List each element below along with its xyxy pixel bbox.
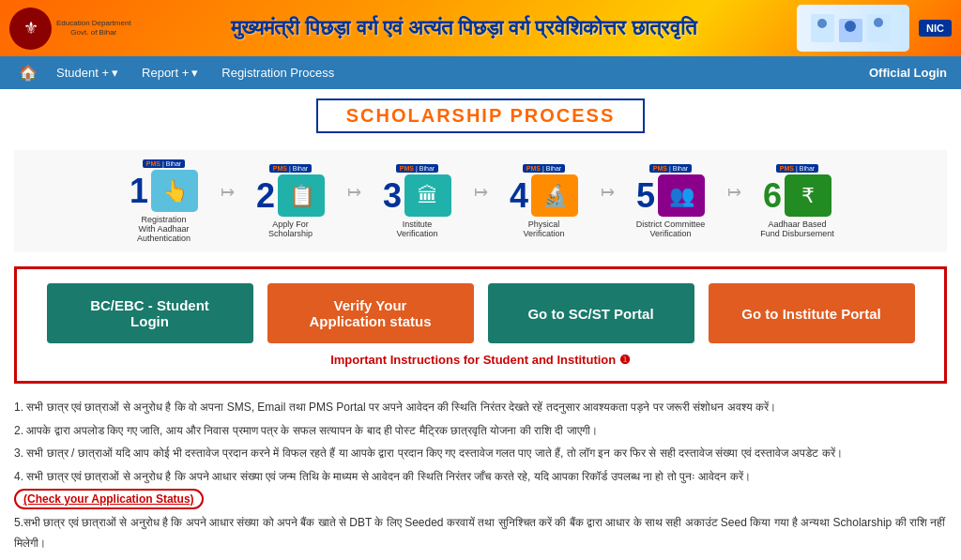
svg-point-4 [845,21,856,32]
step-6: PMS|Bihar 6 ₹ Aadhaar BasedFund Disburse… [737,164,859,238]
step-2: PMS|Bihar 2 📋 Apply ForScholarship [230,164,352,238]
nav-registration[interactable]: Registration Process [212,61,343,84]
check-status-link[interactable]: (Check your Application Status) [14,490,947,510]
navigation: 🏠 Student + ▾ Report + ▾ Registration Pr… [0,56,961,89]
step-6-label: Aadhaar BasedFund Disbursement [760,219,834,238]
main-content: SCHOLARSHIP PROCESS PMS|Bihar 1 👆 Regist… [0,89,961,560]
svg-point-5 [874,18,883,27]
svg-rect-0 [811,14,834,42]
step-2-badge: PMS|Bihar [269,164,312,173]
step-3-label: InstituteVerification [396,219,437,238]
header-title: मुख्यमंत्री पिछड़ा वर्ग एवं अत्यंत पिछड़… [131,16,797,40]
step-4-label: PhysicalVerification [523,219,564,238]
step-5-label: District CommitteeVerification [636,219,706,238]
step-3: PMS|Bihar 3 🏛 InstituteVerification [357,164,479,238]
header-logo: ⚜ Education Department Govt. of Bihar [9,8,131,50]
bc-ebc-login-button[interactable]: BC/EBC - Student Login [47,283,253,343]
step-5-icon: 👥 [658,174,705,217]
step-4: PMS|Bihar 4 🔬 PhysicalVerification [483,164,605,238]
step-1-label: RegistrationWith AadhaarAuthentication [137,215,191,243]
step-1: PMS|Bihar 1 👆 RegistrationWith AadhaarAu… [103,159,225,243]
sc-st-portal-button[interactable]: Go to SC/ST Portal [488,283,694,343]
svg-point-3 [817,19,827,28]
step-5: PMS|Bihar 5 👥 District CommitteeVerifica… [610,164,732,238]
instruction-4: 4. सभी छात्र एवं छात्राओं से अनुरोध है क… [14,467,947,488]
buttons-row: BC/EBC - Student Login Verify Your Appli… [31,283,930,343]
instruction-5: 5.सभी छात्र एवं छात्राओं से अनुरोध है कि… [14,513,947,553]
step-5-badge: PMS|Bihar [649,164,692,173]
header-right: NIC [797,5,952,52]
scholarship-title: SCHOLARSHIP PROCESS [346,105,616,127]
logo-emblem: ⚜ [9,8,52,50]
step-4-badge: PMS|Bihar [523,164,565,173]
instruction-1: 1. सभी छात्र एवं छात्राओं से अनुरोध है क… [14,398,947,418]
instruction-3: 3. सभी छात्र / छात्राओं यदि आप कोई भी दस… [14,444,947,464]
step-3-icon: 🏛 [404,174,451,217]
nic-badge: NIC [919,20,952,37]
instruction-2: 2. आपके द्वारा अपलोड किए गए जाति, आय और … [14,421,947,442]
nav-official-login[interactable]: Official Login [869,66,947,80]
step-5-number: 5 [636,179,655,213]
nav-home-button[interactable]: 🏠 [14,59,42,86]
header-image [797,5,909,52]
step-1-icon: 👆 [151,170,198,212]
important-notice: Important Instructions for Student and I… [31,353,930,367]
step-2-icon: 📋 [278,174,325,217]
step-3-badge: PMS|Bihar [396,164,438,173]
verify-status-button[interactable]: Verify Your Application status [267,283,474,343]
instructions-section: 1. सभी छात्र एवं छात्राओं से अनुरोध है क… [14,393,947,560]
step-1-number: 1 [130,174,148,208]
nav-report[interactable]: Report + ▾ [132,61,207,84]
logo-text: Education Department Govt. of Bihar [56,19,131,38]
institute-portal-button[interactable]: Go to Institute Portal [709,283,915,343]
step-6-badge: PMS|Bihar [776,164,818,173]
step-2-label: Apply ForScholarship [268,219,313,238]
nav-student[interactable]: Student + ▾ [47,61,128,84]
scholarship-title-box: SCHOLARSHIP PROCESS [316,98,646,133]
step-1-badge: PMS|Bihar [143,159,185,168]
buttons-section: BC/EBC - Student Login Verify Your Appli… [14,266,947,384]
step-6-icon: ₹ [785,174,831,217]
step-4-icon: 🔬 [531,174,578,217]
header: ⚜ Education Department Govt. of Bihar मु… [0,0,961,56]
step-3-number: 3 [383,179,402,213]
step-2-number: 2 [256,179,275,213]
step-4-number: 4 [510,179,528,213]
steps-row: PMS|Bihar 1 👆 RegistrationWith AadhaarAu… [14,150,947,252]
step-6-number: 6 [763,179,782,213]
